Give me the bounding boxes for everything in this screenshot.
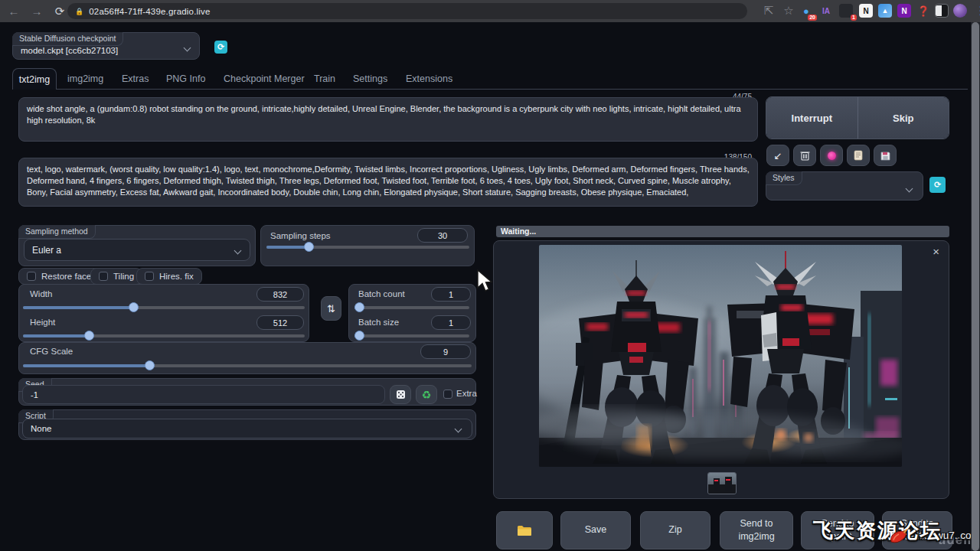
tab-divider (12, 89, 968, 90)
sampling-method-label: Sampling method (18, 225, 96, 239)
dimensions-block: Width 832 Height 512 (18, 284, 309, 342)
scrollbar-thumb[interactable] (972, 22, 979, 551)
tiling-option[interactable]: Tiling (90, 268, 142, 285)
height-label: Height (30, 318, 55, 327)
dice-icon (396, 390, 406, 399)
progress-text: Waiting... (501, 227, 536, 236)
random-seed-button[interactable] (390, 385, 411, 404)
back-icon[interactable]: ← (5, 3, 23, 20)
styles-dropdown[interactable]: Styles (766, 171, 923, 201)
restore-faces-label: Restore faces (41, 272, 96, 281)
width-label: Width (30, 289, 52, 298)
trash-icon (800, 150, 810, 161)
height-input[interactable]: 512 (256, 315, 304, 330)
batch-size-slider[interactable] (354, 334, 469, 337)
swap-dimensions-button[interactable]: ⇅ (321, 296, 341, 321)
onenote-icon[interactable]: N (897, 4, 911, 18)
page-url[interactable]: 02a56ff4-71ff-439e.gradio.live (89, 7, 210, 16)
generated-image[interactable] (539, 245, 902, 467)
reload-icon[interactable]: ⟳ (51, 3, 69, 20)
chevron-down-icon (184, 44, 191, 52)
extra-networks-button[interactable] (820, 145, 843, 166)
checkpoint-value: model.ckpt [cc6cb27103] (21, 46, 118, 55)
zip-button[interactable]: Zip (640, 511, 710, 549)
hires-fix-checkbox[interactable] (145, 272, 154, 281)
send-to-img2img-button[interactable]: Send to img2img (720, 511, 793, 549)
open-folder-button[interactable] (496, 511, 553, 549)
arrow-down-left-icon: ↙ (774, 150, 782, 161)
address-bar[interactable]: 🔒 02a56ff4-71ff-439e.gradio.live (67, 3, 747, 19)
lock-icon: 🔒 (75, 8, 83, 15)
folder-icon (517, 525, 532, 536)
checkpoint-refresh-button[interactable]: ⟳ (214, 41, 227, 54)
interrupt-button[interactable]: Interrupt (766, 97, 858, 139)
photos-extension-icon[interactable]: ▲ (878, 4, 892, 18)
width-slider[interactable] (23, 306, 305, 309)
tab-txt2img[interactable]: txt2img (12, 68, 57, 90)
save-style-button[interactable] (874, 145, 897, 166)
cfg-scale-label: CFG Scale (30, 347, 73, 356)
swap-arrows-icon: ⇅ (327, 303, 335, 315)
interrupt-skip-group: Interrupt Skip (766, 96, 949, 139)
batch-count-input[interactable]: 1 (431, 287, 471, 302)
hires-fix-option[interactable]: Hires. fix (136, 268, 202, 285)
profile-avatar[interactable] (953, 4, 967, 18)
forward-icon[interactable]: → (28, 3, 46, 20)
sampling-method-select[interactable]: Euler a (24, 239, 250, 261)
contrast-extension-icon[interactable] (935, 4, 949, 18)
apply-style-button[interactable] (847, 145, 870, 166)
script-value: None (31, 424, 52, 433)
tab-settings[interactable]: Settings (353, 73, 387, 84)
styles-label: Styles (766, 171, 802, 185)
batch-block: Batch count 1 Batch size 1 (348, 284, 476, 342)
skip-button[interactable]: Skip (858, 97, 949, 139)
pin-extension-icon[interactable]: ● 20 (799, 4, 813, 18)
extra-seed-checkbox[interactable] (443, 390, 452, 399)
negative-prompt-textarea[interactable]: text, logo, watermark, (worst quality, l… (18, 158, 758, 207)
share-icon[interactable]: ⇱ (760, 2, 778, 19)
height-slider[interactable] (23, 334, 305, 337)
sampling-steps-input[interactable]: 30 (417, 228, 468, 243)
seed-input[interactable]: -1 (22, 385, 385, 404)
extra-seed-label: Extra (456, 389, 477, 398)
scrollbar-track[interactable] (971, 22, 980, 551)
tab-img2img[interactable]: img2img (67, 73, 103, 84)
close-icon[interactable]: × (933, 247, 939, 256)
sampling-steps-slider[interactable] (266, 246, 469, 249)
seed-value: -1 (31, 390, 38, 399)
clear-prompt-button[interactable] (793, 145, 816, 166)
tab-extras[interactable]: Extras (122, 73, 149, 84)
gallery-thumbnail[interactable] (707, 472, 737, 494)
reuse-seed-button[interactable]: ♻ (416, 385, 437, 404)
tab-checkpoint-merger[interactable]: Checkpoint Merger (224, 73, 305, 84)
restore-faces-checkbox[interactable] (27, 272, 36, 281)
pink-dot-icon (828, 152, 836, 160)
tab-extensions[interactable]: Extensions (406, 73, 452, 84)
cfg-scale-slider[interactable] (23, 364, 472, 367)
notepad-icon (854, 150, 863, 161)
batch-size-input[interactable]: 1 (431, 315, 471, 330)
paste-arrow-button[interactable]: ↙ (766, 145, 789, 166)
notion-icon[interactable]: N (859, 4, 873, 18)
tab-png-info[interactable]: PNG Info (166, 73, 205, 84)
script-select[interactable]: None (22, 419, 472, 439)
sampling-steps-block: Sampling steps 30 (260, 225, 475, 266)
tiling-checkbox[interactable] (99, 272, 108, 281)
save-button[interactable]: Save (560, 511, 631, 549)
ia-extension-icon[interactable]: IA (819, 4, 833, 18)
warn-badge: 1 (851, 15, 857, 21)
tab-train[interactable]: Train (314, 73, 335, 84)
bookmark-star-icon[interactable]: ☆ (779, 2, 798, 19)
hires-fix-label: Hires. fix (159, 272, 194, 281)
extensions-puzzle-icon[interactable]: ❓ (916, 4, 930, 18)
styles-refresh-button[interactable]: ⟳ (929, 177, 946, 193)
output-image-panel: × (493, 240, 949, 499)
prompt-textarea[interactable]: wide shot angle, a (gundam:0.8) robot st… (18, 97, 758, 142)
width-input[interactable]: 832 (256, 287, 304, 302)
checkpoint-dropdown[interactable]: Stable Diffusion checkpoint model.ckpt [… (12, 32, 200, 60)
dark-extension-icon[interactable]: 1 (839, 4, 853, 18)
cfg-scale-input[interactable]: 9 (420, 344, 471, 359)
chili-watermark-icon (887, 523, 910, 546)
batch-count-slider[interactable] (354, 306, 469, 309)
recycle-icon: ♻ (422, 389, 432, 401)
